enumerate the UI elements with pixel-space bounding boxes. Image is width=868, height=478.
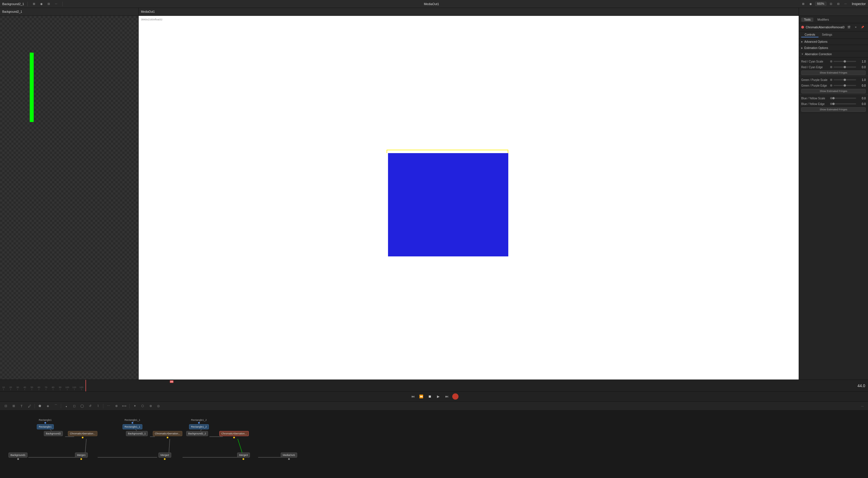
more2-icon[interactable]: ···	[843, 1, 848, 7]
by-edge-dot[interactable]	[830, 103, 832, 105]
misc-tool[interactable]: ◎	[155, 403, 162, 410]
node-chroma2[interactable]: ChromaticAberration...	[153, 431, 182, 438]
color-icon[interactable]: ◉	[38, 1, 44, 7]
node-tool2[interactable]: ⊞	[10, 403, 17, 410]
play-btn[interactable]: ▶	[435, 393, 441, 400]
show-fringes-btn-3[interactable]: Show Estimated Fringes	[801, 107, 866, 112]
gp-scale-dot[interactable]	[830, 79, 832, 81]
track-tool[interactable]: ⊕	[113, 403, 120, 410]
stop-btn[interactable]: ⏹	[427, 393, 433, 400]
color2-icon[interactable]: ◉	[808, 1, 813, 7]
zoom-display[interactable]: 660%	[815, 2, 827, 6]
curve-tool[interactable]: ⌒	[52, 403, 59, 410]
node-merge1-body[interactable]: Merge1	[75, 452, 88, 458]
fit-icon[interactable]: ⊡	[828, 1, 834, 7]
color-tool[interactable]: ⬥	[63, 403, 70, 410]
viewer-left-canvas	[0, 16, 138, 380]
view2-icon[interactable]: ⊞	[800, 1, 806, 7]
show-fringes-btn-1[interactable]: Show Estimated Fringes	[801, 70, 866, 75]
vfx-tool[interactable]: ⊛	[147, 403, 154, 410]
gp-edge-dot[interactable]	[830, 84, 832, 87]
obj-tool[interactable]: ⬡	[139, 403, 146, 410]
inspector-top-tabs: Tools Modifiers	[799, 16, 868, 23]
gp-edge-slider[interactable]	[834, 85, 856, 86]
node-bg1-body[interactable]: Background1	[8, 452, 27, 458]
by-scale-dot[interactable]	[830, 97, 832, 99]
node-graph[interactable]: Rectangle1 Rectangle1 Background2 Chroma…	[0, 411, 868, 478]
node-rectangle1[interactable]: Rectangle1 Rectangle1	[37, 419, 54, 429]
rc-scale-slider[interactable]	[834, 61, 856, 62]
node-mediaout1-body[interactable]: MediaOut1	[281, 452, 297, 458]
mask-tool[interactable]: ◈	[44, 403, 51, 410]
stereo-tool[interactable]: ⟺	[121, 403, 128, 410]
transform-tool[interactable]: ↺	[87, 403, 93, 410]
node-chroma1-body[interactable]: ChromaticAberration...	[68, 431, 97, 436]
node-bg2-2-body[interactable]: Background2_2	[186, 431, 208, 436]
node-background1[interactable]: Background1	[8, 452, 27, 460]
layout-icon[interactable]: ⊟	[46, 1, 52, 7]
rc-scale-dot[interactable]	[830, 60, 832, 63]
skip-fwd-btn[interactable]: ⏭	[444, 393, 450, 400]
record-btn[interactable]	[452, 393, 459, 400]
node-rect1-1-body[interactable]: Rectangle1_1	[123, 424, 142, 429]
by-scale-value: 0.0	[857, 97, 866, 100]
ctrl-tab-settings[interactable]: Settings	[818, 33, 835, 37]
node-merge2[interactable]: Merge2	[158, 452, 171, 460]
more-tools[interactable]: ···	[859, 403, 866, 410]
node-bg2-1-body[interactable]: Background2_1	[126, 431, 148, 436]
text-tool[interactable]: T	[18, 403, 25, 410]
node-background2-1[interactable]: Background2_1	[126, 431, 148, 436]
node-pin-icon[interactable]: 📌	[860, 24, 865, 30]
node-rectangle1-body[interactable]: Rectangle1	[37, 424, 54, 429]
shape-tool[interactable]: ◻	[71, 403, 78, 410]
node-merge2-body[interactable]: Merge2	[158, 452, 171, 458]
flow-tool[interactable]: ⋯	[105, 403, 112, 410]
rc-edge-thumb	[844, 66, 846, 68]
node-chroma2-body[interactable]: ChromaticAberration...	[153, 431, 182, 436]
layout2-icon[interactable]: ⊟	[835, 1, 841, 7]
timeline-ruler[interactable]: 10 20 30 40 50 60 70 80 90 100 110 120 4…	[0, 380, 868, 391]
node-merge3[interactable]: Merge3	[237, 452, 250, 460]
rc-edge-dot[interactable]	[830, 66, 832, 68]
skip-back-btn[interactable]: ⏮	[410, 393, 416, 400]
left-toolbar: ⊞ ◉ ⊟ ···	[31, 1, 59, 7]
aberration-correction-header[interactable]: ▼ Aberration Correction	[799, 51, 868, 58]
rc-edge-slider[interactable]	[834, 66, 856, 68]
node-chroma3[interactable]: ChromaticAberration...	[219, 431, 249, 438]
node-close-icon[interactable]: ✕	[867, 24, 868, 30]
circle-tool[interactable]: ◯	[79, 403, 86, 410]
node-background2-2[interactable]: Background2_2	[186, 431, 208, 436]
node-chroma3-body[interactable]: ChromaticAberration...	[219, 431, 249, 436]
gp-scale-slider[interactable]	[834, 79, 856, 81]
node-rect1-2-body[interactable]: Rectangle1_2	[189, 424, 209, 429]
paint-tool[interactable]: 🖊	[26, 403, 33, 410]
tab-tools[interactable]: Tools	[801, 18, 813, 22]
particle-tool[interactable]: ✦	[131, 403, 138, 410]
ctrl-tab-controls[interactable]: Controls	[801, 33, 818, 37]
node-chroma1[interactable]: ChromaticAberration...	[68, 431, 97, 438]
playhead[interactable]: 44	[86, 380, 86, 391]
by-scale-slider[interactable]	[834, 98, 856, 99]
node-mediaout1[interactable]: MediaOut1	[281, 452, 297, 460]
by-edge-slider[interactable]	[834, 103, 856, 104]
show-fringes-btn-2[interactable]: Show Estimated Fringes	[801, 89, 866, 93]
back-btn[interactable]: ⏪	[418, 393, 425, 400]
more-icon[interactable]: ···	[53, 1, 59, 7]
node-bg2-body[interactable]: Background2	[44, 431, 63, 436]
node-merge3-body[interactable]: Merge3	[237, 452, 250, 458]
advanced-options-header[interactable]: ▶ Advanced Options	[799, 39, 868, 45]
node-rectangle1-2[interactable]: Rectangle1_2 Rectangle1_2	[189, 419, 209, 429]
warp-tool[interactable]: ⌇	[95, 403, 101, 410]
estimation-options-header[interactable]: ▶ Estimation Options	[799, 45, 868, 51]
view-icon[interactable]: ⊞	[31, 1, 37, 7]
node-rectangle1-1[interactable]: Rectangle1_1 Rectangle1_1	[123, 419, 142, 429]
tab-modifiers[interactable]: Modifiers	[814, 18, 832, 22]
timeline-marks: 10 20 30 40 50 60 70 80 90 100 110 120	[0, 380, 868, 391]
node-background2[interactable]: Background2	[44, 431, 63, 436]
node-merge1[interactable]: Merge1	[75, 452, 88, 460]
node-icon-1[interactable]: 🎬	[846, 24, 852, 30]
select-tool[interactable]: ⊡	[2, 403, 9, 410]
center-viewer-title: MediaOut1	[66, 2, 797, 6]
poly-tool[interactable]: ⬟	[36, 403, 43, 410]
node-settings-icon[interactable]: ≡	[853, 24, 859, 30]
